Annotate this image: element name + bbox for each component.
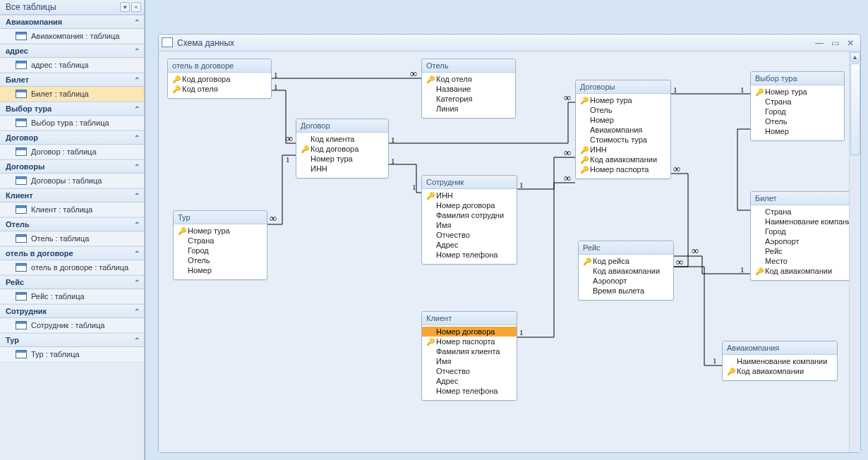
group-item-3[interactable]: Выбор тура : таблица (0, 116, 144, 131)
field-sotrudnik-6[interactable]: Номер телефона (422, 250, 517, 260)
group-header-9[interactable]: Рейс⌃ (0, 275, 144, 289)
table-title[interactable]: Клиент (422, 312, 517, 325)
field-vybor_tura-2[interactable]: Город (751, 107, 844, 116)
table-title[interactable]: Рейс (579, 241, 673, 255)
field-tur-3[interactable]: Отель (174, 255, 267, 265)
table-title[interactable]: Сотрудник (422, 176, 517, 189)
field-reis-1[interactable]: Код авиакомпании (579, 266, 673, 276)
table-title[interactable]: Тур (174, 211, 267, 224)
group-header-1[interactable]: адрес⌃ (0, 44, 144, 58)
scroll-thumb[interactable] (850, 63, 860, 155)
field-aviakompaniya-0[interactable]: Наименование компании (723, 356, 837, 366)
table-title[interactable]: Договор (296, 119, 388, 133)
field-otel_v_dogovore-0[interactable]: 🔑Код договора (168, 74, 271, 84)
field-otel_v_dogovore-1[interactable]: 🔑Код отеля (168, 84, 271, 94)
field-klient-3[interactable]: Имя (422, 356, 517, 366)
field-dogovor-1[interactable]: 🔑Код договора (296, 144, 388, 154)
field-dogovory-7[interactable]: 🔑Номер паспорта (576, 164, 670, 174)
field-otel-0[interactable]: 🔑Код отеля (422, 74, 515, 84)
field-dogovor-2[interactable]: Номер тура (296, 154, 388, 164)
table-title[interactable]: отель в договоре (168, 59, 271, 73)
field-sotrudnik-2[interactable]: Фамилия сотрудни (422, 210, 517, 220)
table-otel[interactable]: Отель🔑Код отеляНазваниеКатегорияЛиния (421, 59, 516, 119)
group-item-6[interactable]: Клиент : таблица (0, 202, 144, 217)
group-item-1[interactable]: адрес : таблица (0, 58, 144, 73)
field-otel-2[interactable]: Категория (422, 94, 515, 104)
scroll-up-icon[interactable]: ▲ (850, 52, 860, 62)
group-item-5[interactable]: Договоры : таблица (0, 174, 144, 188)
field-vybor_tura-3[interactable]: Отель (751, 116, 844, 126)
field-bilet-0[interactable]: Страна (751, 207, 849, 217)
field-dogovory-2[interactable]: Номер (576, 115, 670, 125)
group-header-10[interactable]: Сотрудник⌃ (0, 304, 144, 318)
field-reis-2[interactable]: Аэропорт (579, 276, 673, 286)
field-dogovory-5[interactable]: 🔑ИНН (576, 145, 670, 155)
table-title[interactable]: Авиакомпания (723, 341, 837, 355)
field-dogovory-6[interactable]: 🔑Код авиакомпании (576, 155, 670, 164)
field-tur-0[interactable]: 🔑Номер тура (174, 226, 267, 236)
group-item-8[interactable]: отель в договоре : таблица (0, 260, 144, 275)
field-bilet-6[interactable]: 🔑Код авиакомпании (751, 266, 849, 276)
vertical-scrollbar[interactable]: ▲ (849, 52, 860, 452)
field-dogovory-1[interactable]: Отель (576, 105, 670, 115)
field-sotrudnik-1[interactable]: Номер договора (422, 200, 517, 210)
group-header-4[interactable]: Договор⌃ (0, 131, 144, 145)
field-tur-2[interactable]: Город (174, 246, 267, 255)
field-sotrudnik-4[interactable]: Отчество (422, 230, 517, 240)
group-header-11[interactable]: Тур⌃ (0, 333, 144, 347)
maximize-button[interactable]: ▭ (829, 38, 840, 48)
field-tur-1[interactable]: Страна (174, 236, 267, 246)
table-dogovory[interactable]: Договоры🔑Номер тураОтельНомерАвиакомпани… (575, 80, 671, 179)
group-item-9[interactable]: Рейс : таблица (0, 289, 144, 304)
group-header-2[interactable]: Билет⌃ (0, 73, 144, 87)
field-dogovor-0[interactable]: Код клиента (296, 134, 388, 144)
field-otel-1[interactable]: Название (422, 84, 515, 94)
field-bilet-1[interactable]: Наименование компании (751, 217, 849, 226)
nav-dropdown-icon[interactable]: ▾ (120, 2, 130, 12)
field-bilet-5[interactable]: Место (751, 256, 849, 266)
table-title[interactable]: Отель (422, 59, 515, 73)
table-reis[interactable]: Рейс🔑Код рейсаКод авиакомпанииАэропортВр… (578, 241, 674, 301)
group-item-4[interactable]: Договор : таблица (0, 145, 144, 159)
nav-pane-header[interactable]: Все таблицы ▾ « (0, 0, 144, 15)
group-item-2[interactable]: Билет : таблица (0, 87, 144, 102)
group-item-10[interactable]: Сотрудник : таблица (0, 318, 144, 333)
table-aviakompaniya[interactable]: АвиакомпанияНаименование компании🔑Код ав… (722, 341, 838, 381)
field-dogovory-3[interactable]: Авиакомпания (576, 125, 670, 135)
diagram-canvas[interactable]: 1 ∞ 1 ∞ 1 ∞ 1 1 1 ∞ 1 ∞ 1 ∞ 1 1 ∞ ∞ ∞ 1 (159, 52, 849, 452)
field-otel-3[interactable]: Линия (422, 104, 515, 114)
nav-collapse-icon[interactable]: « (131, 2, 141, 12)
table-title[interactable]: Договоры (576, 80, 670, 94)
group-header-7[interactable]: Отель⌃ (0, 217, 144, 231)
field-aviakompaniya-1[interactable]: 🔑Код авиакомпании (723, 366, 837, 376)
group-header-6[interactable]: Клиент⌃ (0, 188, 144, 202)
group-item-7[interactable]: Отель : таблица (0, 231, 144, 246)
group-header-3[interactable]: Выбор тура⌃ (0, 102, 144, 116)
table-sotrudnik[interactable]: Сотрудник🔑ИНННомер договораФамилия сотру… (421, 175, 517, 265)
window-titlebar[interactable]: Схема данных — ▭ ✕ (159, 35, 860, 52)
table-title[interactable]: Выбор тура (751, 72, 844, 85)
group-item-0[interactable]: Авиакомпания : таблица (0, 29, 144, 44)
field-klient-5[interactable]: Адрес (422, 376, 517, 386)
field-dogovor-3[interactable]: ИНН (296, 164, 388, 174)
field-klient-2[interactable]: Фамилия клиента (422, 346, 517, 356)
field-reis-3[interactable]: Время вылета (579, 286, 673, 296)
field-bilet-2[interactable]: Город (751, 226, 849, 236)
field-tur-4[interactable]: Номер (174, 265, 267, 275)
field-klient-1[interactable]: 🔑Номер паспорта (422, 337, 517, 346)
field-vybor_tura-1[interactable]: Страна (751, 97, 844, 107)
field-klient-0[interactable]: Номер договора (422, 327, 517, 337)
field-sotrudnik-5[interactable]: Адрес (422, 240, 517, 250)
field-vybor_tura-0[interactable]: 🔑Номер тура (751, 87, 844, 97)
field-bilet-4[interactable]: Рейс (751, 246, 849, 256)
table-bilet[interactable]: БилетСтранаНаименование компанииГородАэр… (750, 191, 849, 281)
group-item-11[interactable]: Тур : таблица (0, 347, 144, 362)
table-tur[interactable]: Тур🔑Номер тураСтранаГородОтельНомер (173, 210, 267, 280)
minimize-button[interactable]: — (814, 38, 825, 48)
field-vybor_tura-4[interactable]: Номер (751, 126, 844, 136)
field-sotrudnik-0[interactable]: 🔑ИНН (422, 190, 517, 200)
table-title[interactable]: Билет (751, 192, 849, 205)
field-klient-4[interactable]: Отчество (422, 366, 517, 376)
table-dogovor[interactable]: ДоговорКод клиента🔑Код договораНомер тур… (296, 119, 389, 178)
field-dogovory-4[interactable]: Стоимость тура (576, 135, 670, 145)
